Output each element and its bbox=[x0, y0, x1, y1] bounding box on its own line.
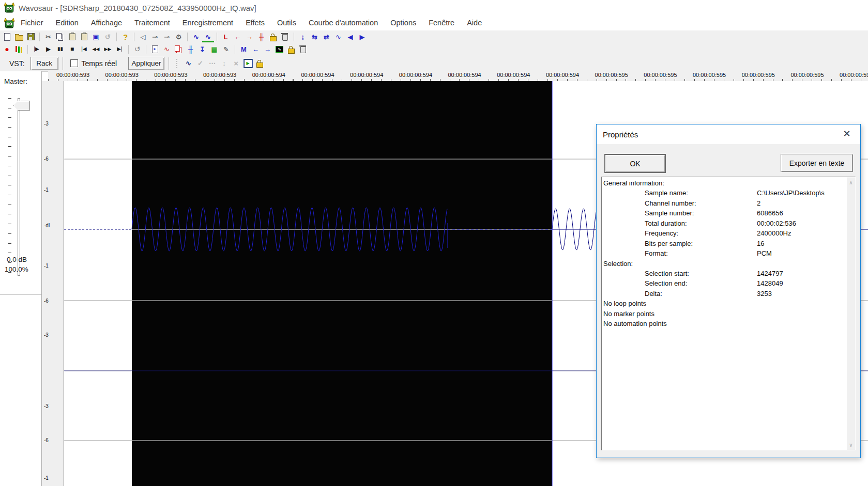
property-row[interactable]: No marker points bbox=[602, 310, 846, 320]
menu-item-effets[interactable]: Effets bbox=[239, 15, 271, 30]
automation-lock-icon[interactable] bbox=[254, 58, 266, 69]
pause-icon[interactable]: ▮▮ bbox=[54, 44, 66, 55]
lock-icon-2[interactable] bbox=[285, 44, 297, 55]
lock-icon[interactable] bbox=[267, 32, 279, 42]
playlist-icon[interactable]: ▸ bbox=[149, 44, 161, 55]
property-row[interactable]: Sample number:6086656 bbox=[602, 209, 846, 219]
realtime-checkbox[interactable] bbox=[70, 59, 78, 67]
loop-end-icon[interactable]: → bbox=[243, 32, 255, 42]
play-cursor-icon[interactable]: |▶ bbox=[31, 44, 42, 55]
waveform-view-icon[interactable]: ∿ bbox=[190, 32, 202, 42]
property-row[interactable]: No loop points bbox=[602, 300, 846, 309]
statistics-icon[interactable]: ∿ bbox=[161, 44, 173, 55]
property-row[interactable]: Selection: bbox=[602, 260, 846, 270]
rack-button[interactable]: Rack bbox=[31, 57, 58, 70]
property-row[interactable]: No automation points bbox=[602, 320, 846, 330]
marker-prev-icon[interactable]: ← bbox=[250, 44, 262, 55]
wrench-icon[interactable]: ⚙ bbox=[173, 32, 185, 42]
loop-start-icon[interactable]: ← bbox=[232, 32, 243, 42]
property-row[interactable]: Delta:3253 bbox=[602, 290, 846, 300]
copy-icon[interactable] bbox=[54, 32, 66, 42]
zoom-in-selection-icon[interactable]: ⇆ bbox=[309, 32, 321, 42]
menu-item-outils[interactable]: Outils bbox=[271, 15, 302, 30]
rewind-icon[interactable]: ◀◀ bbox=[90, 44, 102, 55]
time-ruler[interactable]: 00:00:00:59300:00:00:59300:00:00:59300:0… bbox=[48, 71, 868, 82]
cut-icon[interactable]: ✂ bbox=[42, 32, 54, 42]
pencil-icon[interactable]: ✎ bbox=[220, 44, 232, 55]
mdi-child-icon[interactable] bbox=[4, 18, 14, 28]
property-row[interactable]: Frequency:2400000Hz bbox=[602, 229, 846, 239]
menu-item-traitement[interactable]: Traitement bbox=[128, 15, 176, 30]
delete-icon[interactable] bbox=[279, 32, 291, 42]
automation-delete-icon[interactable]: × bbox=[230, 58, 242, 69]
menu-item-affichage[interactable]: Affichage bbox=[85, 15, 128, 30]
undo-icon[interactable]: ↺ bbox=[102, 32, 114, 42]
automation-line-icon[interactable]: ⋯ bbox=[206, 58, 218, 69]
normalize-icon[interactable]: ↧ bbox=[196, 44, 208, 55]
export-text-button[interactable]: Exporter en texte bbox=[781, 154, 853, 172]
selection-wave-icon[interactable]: ╫ bbox=[255, 32, 267, 42]
master-slider-handle[interactable] bbox=[13, 101, 30, 111]
fit-horizontal-icon[interactable]: ∿ bbox=[332, 32, 344, 42]
help-icon[interactable]: ? bbox=[119, 32, 131, 42]
dialog-title-bar[interactable]: Propriétés ✕ bbox=[597, 124, 860, 144]
loop-point-icon[interactable]: L bbox=[220, 32, 232, 42]
zoom-out-selection-icon[interactable]: ⇄ bbox=[321, 32, 332, 42]
menu-item-fichier[interactable]: Fichier bbox=[14, 15, 50, 30]
delete-icon-2[interactable] bbox=[297, 44, 309, 55]
paste-special-icon[interactable] bbox=[78, 32, 90, 42]
paste-icon[interactable] bbox=[66, 32, 78, 42]
property-row[interactable]: Selection end:1428049 bbox=[602, 279, 846, 289]
listbox-scrollbar[interactable]: ∧ ∨ bbox=[847, 177, 855, 450]
stop-icon[interactable]: ■ bbox=[66, 44, 78, 55]
speaker-icon[interactable]: ◁ bbox=[137, 32, 149, 42]
property-row[interactable]: Format:PCM bbox=[602, 249, 846, 259]
property-row[interactable]: Channel number:2 bbox=[602, 199, 846, 209]
waveform-overview-icon[interactable]: ∿ bbox=[202, 33, 214, 42]
automation-apply-icon[interactable]: ✓ bbox=[194, 58, 206, 69]
copy-new-window-icon[interactable] bbox=[173, 44, 185, 55]
meter-icon[interactable] bbox=[13, 44, 25, 55]
property-row[interactable]: Sample name:C:\Users\JP\Desktop\s bbox=[602, 189, 846, 199]
resample-icon[interactable]: ╫ bbox=[185, 44, 196, 55]
property-row[interactable]: Selection start:1424797 bbox=[602, 270, 846, 279]
property-row[interactable]: Bits per sample:16 bbox=[602, 240, 846, 249]
property-row[interactable]: General information: bbox=[602, 179, 846, 189]
menu-item-edition[interactable]: Edition bbox=[50, 15, 85, 30]
automation-scale-icon[interactable]: ↕ bbox=[218, 58, 230, 69]
property-row[interactable]: Total duration:00:00:02:536 bbox=[602, 220, 846, 229]
marker-wave-icon[interactable]: ∿ bbox=[273, 44, 285, 55]
save-file-icon[interactable] bbox=[25, 32, 37, 42]
ok-button[interactable]: OK bbox=[604, 154, 666, 173]
prev-view-icon[interactable]: ◀ bbox=[344, 32, 356, 42]
record-icon[interactable]: ● bbox=[1, 44, 13, 55]
master-slider-track[interactable] bbox=[18, 98, 20, 276]
menu-item-fen-tre[interactable]: Fenêtre bbox=[422, 15, 461, 30]
marker-icon[interactable]: M bbox=[238, 44, 250, 55]
scroll-up-icon[interactable]: ∧ bbox=[847, 178, 855, 186]
trim-icon[interactable]: ▣ bbox=[90, 32, 102, 42]
automation-curve-icon[interactable]: ∿ bbox=[182, 58, 194, 69]
open-file-icon[interactable] bbox=[13, 32, 25, 42]
menu-item-enregistrement[interactable]: Enregistrement bbox=[176, 15, 239, 30]
go-start-icon[interactable]: |◀ bbox=[78, 44, 90, 55]
go-end-icon[interactable]: ▶| bbox=[114, 44, 126, 55]
new-file-icon[interactable] bbox=[1, 32, 13, 42]
batch-icon[interactable]: ▦ bbox=[208, 44, 220, 55]
menu-item-options[interactable]: Options bbox=[384, 15, 422, 30]
midi-icon[interactable]: ⊸ bbox=[161, 32, 173, 42]
automation-play-icon[interactable]: ▶ bbox=[242, 58, 254, 69]
next-view-icon[interactable]: ▶ bbox=[356, 32, 368, 42]
menu-item-aide[interactable]: Aide bbox=[461, 15, 488, 30]
cable-icon[interactable]: ⊸ bbox=[149, 32, 161, 42]
menu-item-courbe-d-automation[interactable]: Courbe d'automation bbox=[302, 15, 384, 30]
scroll-down-icon[interactable]: ∨ bbox=[847, 441, 855, 449]
play-icon[interactable]: ▶ bbox=[42, 44, 54, 55]
marker-next-icon[interactable]: → bbox=[262, 44, 273, 55]
close-icon[interactable]: ✕ bbox=[841, 128, 853, 140]
loop-playback-icon[interactable]: ↺ bbox=[131, 44, 143, 55]
fast-forward-icon[interactable]: ▶▶ bbox=[102, 44, 114, 55]
apply-button[interactable]: Appliquer bbox=[128, 57, 164, 70]
zoom-vertical-icon[interactable]: ↨ bbox=[297, 32, 309, 42]
properties-listbox[interactable]: General information:Sample name:C:\Users… bbox=[601, 177, 856, 450]
